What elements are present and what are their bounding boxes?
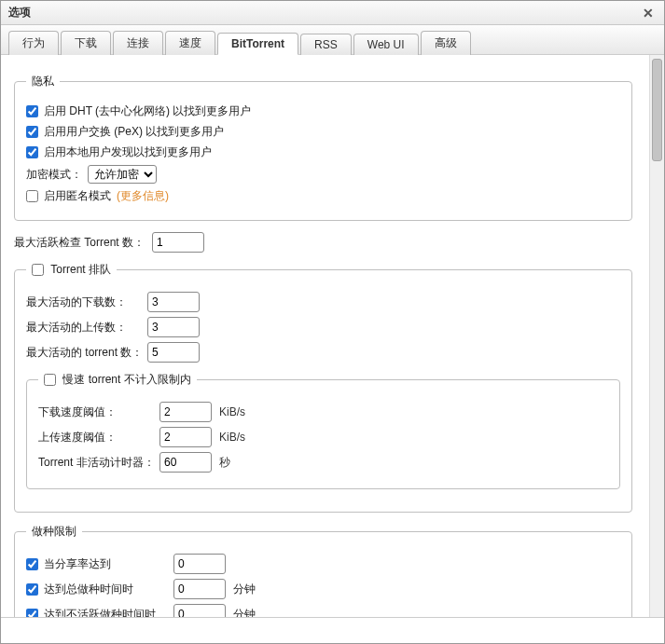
ratio-label: 当分享率达到 <box>44 556 111 572</box>
footer <box>1 617 664 643</box>
slow-inactive-unit: 秒 <box>219 455 230 471</box>
slow-dl-label: 下载速度阈值： <box>38 404 159 420</box>
tabs-bar: 行为 下载 连接 速度 BitTorrent RSS Web UI 高级 <box>1 25 664 55</box>
slow-dl-input[interactable] <box>159 402 212 422</box>
slow-ul-unit: KiB/s <box>219 431 245 444</box>
tab-connection[interactable]: 连接 <box>113 31 163 55</box>
slow-legend: 慢速 torrent 不计入限制内 <box>62 373 190 386</box>
dht-label: 启用 DHT (去中心化网络) 以找到更多用户 <box>44 103 251 119</box>
ratio-checkbox[interactable] <box>26 558 38 570</box>
dht-checkbox[interactable] <box>26 105 38 117</box>
anon-checkbox[interactable] <box>26 190 38 202</box>
seed-time-label: 达到总做种时间时 <box>44 582 133 597</box>
anon-more-info-link[interactable]: (更多信息) <box>117 188 169 204</box>
max-active-input[interactable] <box>147 342 200 363</box>
tab-webui[interactable]: Web UI <box>353 34 419 55</box>
queue-group: Torrent 排队 最大活动的下载数： 最大活动的上传数： 最大活动的 tor… <box>14 262 632 513</box>
max-active-check-input[interactable] <box>152 232 204 253</box>
dialog-title: 选项 <box>8 5 31 21</box>
slow-group: 慢速 torrent 不计入限制内 下载速度阈值： KiB/s 上传速度阈值： … <box>26 372 620 489</box>
scrollbar[interactable] <box>649 55 664 643</box>
max-active-label: 最大活动的 torrent 数： <box>26 345 147 361</box>
tab-behavior[interactable]: 行为 <box>8 31 59 55</box>
lsd-checkbox[interactable] <box>26 146 38 158</box>
privacy-legend: 隐私 <box>26 74 60 89</box>
anon-checkbox-label[interactable]: 启用匿名模式 (更多信息) <box>26 188 169 204</box>
slow-enable-checkbox[interactable] <box>44 374 56 386</box>
slow-inactive-label: Torrent 非活动计时器： <box>38 455 159 471</box>
slow-inactive-input[interactable] <box>159 452 212 473</box>
pex-label: 启用用户交换 (PeX) 以找到更多用户 <box>44 124 224 140</box>
tab-advanced[interactable]: 高级 <box>421 31 471 55</box>
ratio-input[interactable] <box>173 554 226 574</box>
max-dl-label: 最大活动的下载数： <box>26 295 147 310</box>
pex-checkbox[interactable] <box>26 126 38 138</box>
slow-ul-input[interactable] <box>159 427 212 447</box>
slow-ul-label: 上传速度阈值： <box>38 430 159 445</box>
scrollbar-thumb[interactable] <box>652 59 662 161</box>
lsd-checkbox-label[interactable]: 启用本地用户发现以找到更多用户 <box>26 144 212 160</box>
queue-enable-checkbox[interactable] <box>32 264 44 276</box>
slow-dl-unit: KiB/s <box>219 405 245 418</box>
encryption-mode-label: 加密模式： <box>26 167 82 183</box>
content-panel: 隐私 启用 DHT (去中心化网络) 以找到更多用户 启用用户交换 (PeX) … <box>1 55 649 643</box>
tab-rss[interactable]: RSS <box>300 34 352 55</box>
tab-downloads[interactable]: 下载 <box>61 31 111 55</box>
max-dl-input[interactable] <box>147 292 200 312</box>
dht-checkbox-label[interactable]: 启用 DHT (去中心化网络) 以找到更多用户 <box>26 103 251 119</box>
close-icon[interactable]: ✕ <box>640 5 657 21</box>
seed-time-unit: 分钟 <box>233 582 256 597</box>
max-active-check-label: 最大活跃检查 Torrent 数： <box>14 235 145 251</box>
pex-checkbox-label[interactable]: 启用用户交换 (PeX) 以找到更多用户 <box>26 124 224 140</box>
titlebar[interactable]: 选项 ✕ <box>1 1 664 25</box>
tab-bittorrent[interactable]: BitTorrent <box>217 33 298 55</box>
max-up-input[interactable] <box>147 317 200 337</box>
privacy-group: 隐私 启用 DHT (去中心化网络) 以找到更多用户 启用用户交换 (PeX) … <box>14 74 632 221</box>
options-dialog: 选项 ✕ 行为 下载 连接 速度 BitTorrent RSS Web UI 高… <box>0 0 665 644</box>
max-up-label: 最大活动的上传数： <box>26 320 147 336</box>
lsd-label: 启用本地用户发现以找到更多用户 <box>44 144 212 160</box>
anon-label: 启用匿名模式 <box>44 188 111 204</box>
tab-speed[interactable]: 速度 <box>165 31 215 55</box>
seed-time-checkbox[interactable] <box>26 583 38 596</box>
seed-legend: 做种限制 <box>26 524 82 540</box>
seed-time-input[interactable] <box>173 579 226 599</box>
encryption-mode-select[interactable]: 允许加密 <box>88 165 157 184</box>
queue-legend: Torrent 排队 <box>50 263 111 276</box>
